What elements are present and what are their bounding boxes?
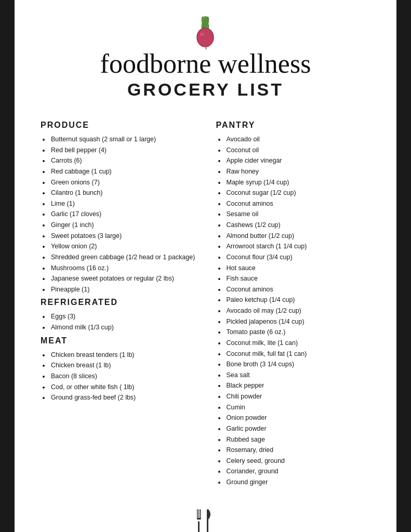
list-item: Rosemary, dried bbox=[226, 445, 371, 456]
list-item: Chili powder bbox=[226, 391, 371, 402]
list-item: Lime (1) bbox=[50, 198, 195, 209]
svg-rect-10 bbox=[197, 518, 201, 520]
list-item: Chicken breast (1 lb) bbox=[50, 360, 195, 371]
list-item: Pickled jalapenos (1/4 cup) bbox=[226, 316, 371, 327]
left-column: PRODUCE Butternut squash (2 small or 1 l… bbox=[41, 121, 195, 491]
header: foodborne wellness GROCERY LIST bbox=[41, 16, 370, 100]
list-item: Avocado oil may (1/2 cup) bbox=[226, 305, 371, 316]
list-item: Coconut aminos bbox=[226, 284, 371, 295]
svg-rect-11 bbox=[207, 509, 208, 532]
list-item: Mushrooms (16 oz.) bbox=[50, 263, 195, 274]
list-item: Almond milk (1/3 cup) bbox=[50, 322, 195, 333]
list-item: Celery seed, ground bbox=[226, 456, 371, 467]
list-item: Coconut aminos bbox=[226, 198, 371, 209]
meat-list: Chicken breast tenders (1 lb)Chicken bre… bbox=[41, 350, 195, 403]
list-item: Cilantro (1 bunch) bbox=[50, 188, 195, 198]
list-item: Avocado oil bbox=[226, 134, 371, 145]
pantry-section: PANTRY Avocado oilCoconut oilApple cider… bbox=[216, 121, 371, 491]
list-item: Bacon (8 slices) bbox=[50, 371, 195, 382]
list-item: Coconut flour (3/4 cup) bbox=[226, 252, 371, 263]
list-item: Red cabbage (1 cup) bbox=[50, 166, 195, 177]
list-item: Ground grass-fed beef (2 lbs) bbox=[50, 392, 195, 403]
list-item: Rubbed sage bbox=[226, 434, 371, 445]
list-item: Coconut oil bbox=[226, 145, 371, 156]
produce-section: PRODUCE Butternut squash (2 small or 1 l… bbox=[41, 121, 195, 298]
list-item: Arrowroot starch (1 1/4 cup) bbox=[226, 241, 371, 252]
list-item: Coconut milk, lite (1 can) bbox=[226, 338, 371, 349]
list-item: Sea salt bbox=[226, 370, 371, 381]
list-item: Japanese sweet potatoes or regular (2 lb… bbox=[50, 273, 195, 284]
list-item: Sesame oil bbox=[226, 209, 371, 220]
content-grid: PRODUCE Butternut squash (2 small or 1 l… bbox=[41, 121, 370, 491]
list-item: Bone broth (3 1/4 cups) bbox=[226, 359, 371, 370]
footer-icon bbox=[193, 507, 219, 532]
list-item: Cashews (1/2 cup) bbox=[226, 220, 371, 231]
list-item: Garlic powder bbox=[226, 423, 371, 434]
list-item: Red bell pepper (4) bbox=[50, 145, 195, 156]
list-item: Butternut squash (2 small or 1 large) bbox=[50, 134, 195, 145]
list-item: Black pepper bbox=[226, 380, 371, 391]
list-item: Ginger (1 inch) bbox=[50, 220, 195, 231]
list-item: Raw honey bbox=[226, 166, 371, 177]
refrigerated-section: REFRIGERATED Eggs (3)Almond milk (1/3 cu… bbox=[41, 298, 195, 336]
list-item: Cod, or other white fish ( 1lb) bbox=[50, 382, 195, 393]
utensil-svg bbox=[193, 507, 219, 532]
list-item: Shredded green cabbage (1/2 head or 1 pa… bbox=[50, 252, 195, 263]
meat-title: MEAT bbox=[41, 336, 195, 345]
list-item: Eggs (3) bbox=[50, 311, 195, 322]
brand-name: foodborne wellness bbox=[41, 50, 370, 77]
list-item: Pineapple (1) bbox=[50, 284, 195, 295]
list-item: Green onions (7) bbox=[50, 177, 195, 188]
list-item: Yellow onion (2) bbox=[50, 241, 195, 252]
list-item: Maple syrup (1/4 cup) bbox=[226, 177, 371, 188]
list-item: Fish sauce bbox=[226, 273, 371, 284]
list-item: Cumin bbox=[226, 402, 371, 413]
svg-rect-6 bbox=[198, 521, 200, 532]
list-item: Carrots (6) bbox=[50, 155, 195, 166]
list-item: Onion powder bbox=[226, 413, 371, 423]
refrigerated-list: Eggs (3)Almond milk (1/3 cup) bbox=[41, 311, 195, 332]
list-item: Garlic (17 cloves) bbox=[50, 209, 195, 220]
refrigerated-title: REFRIGERATED bbox=[41, 298, 195, 307]
pantry-list: Avocado oilCoconut oilApple cider vinega… bbox=[216, 134, 371, 488]
produce-title: PRODUCE bbox=[41, 121, 195, 130]
meat-section: MEAT Chicken breast tenders (1 lb)Chicke… bbox=[41, 336, 195, 406]
list-item: Coconut sugar (1/2 cup) bbox=[226, 188, 371, 198]
list-item: Paleo ketchup (1/4 cup) bbox=[226, 295, 371, 305]
right-column: PANTRY Avocado oilCoconut oilApple cider… bbox=[216, 121, 371, 491]
produce-list: Butternut squash (2 small or 1 large)Red… bbox=[41, 134, 195, 295]
list-item: Coconut milk, full fat (1 can) bbox=[226, 349, 371, 360]
list-item: Tomato paste (6 oz.) bbox=[226, 327, 371, 338]
list-item: Ground ginger bbox=[226, 477, 371, 488]
svg-point-5 bbox=[200, 33, 204, 36]
list-item: Hot sauce bbox=[226, 263, 371, 274]
list-item: Almond butter (1/2 cup) bbox=[226, 231, 371, 242]
list-item: Sweet potatoes (3 large) bbox=[50, 231, 195, 242]
page-title: GROCERY LIST bbox=[41, 79, 370, 100]
page: foodborne wellness GROCERY LIST PRODUCE … bbox=[15, 0, 396, 532]
pantry-title: PANTRY bbox=[216, 121, 371, 130]
list-item: Apple cider vinegar bbox=[226, 155, 371, 166]
list-item: Coriander, ground bbox=[226, 466, 371, 477]
list-item: Chicken breast tenders (1 lb) bbox=[50, 350, 195, 361]
beet-icon bbox=[191, 16, 220, 49]
